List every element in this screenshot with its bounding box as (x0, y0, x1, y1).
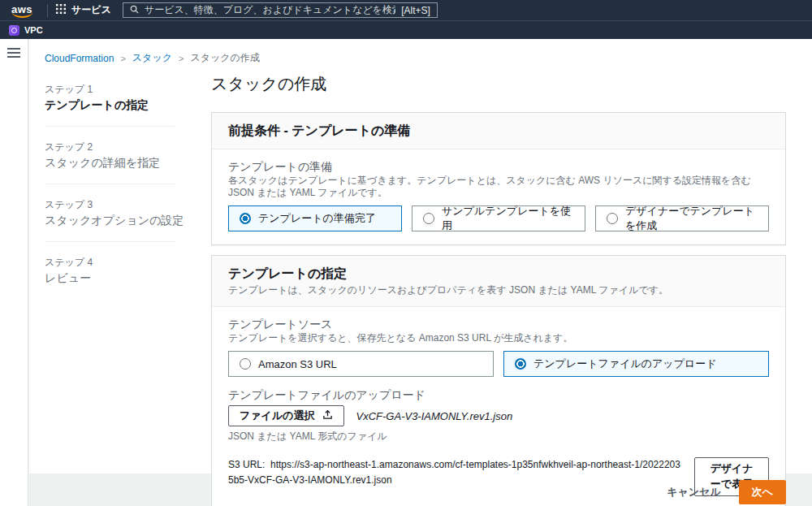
template-source-description: テンプレートを選択すると、保存先となる Amazon S3 URL が生成されま… (228, 332, 769, 344)
radio-selected-icon (240, 213, 251, 224)
option-label: テンプレートファイルのアップロード (533, 357, 717, 371)
upload-icon (322, 409, 333, 422)
content-area: CloudFormation > スタック > スタックの作成 ステップ 1 テ… (29, 39, 812, 506)
specify-template-panel-body: テンプレートソース テンプレートを選択すると、保存先となる Amazon S3 … (212, 307, 785, 506)
services-label: サービス (71, 3, 111, 17)
step-1-eyebrow: ステップ 1 (45, 83, 184, 96)
specify-template-panel-header: テンプレートの指定 テンプレートは、スタックのリソースおよびプロパティを表す J… (212, 256, 785, 307)
prerequisite-panel-body: テンプレートの準備 各スタックはテンプレートに基づきます。テンプレートとは、スタ… (212, 149, 785, 244)
prerequisite-panel-header: 前提条件 - テンプレートの準備 (212, 113, 785, 149)
radio-selected-icon (515, 358, 526, 370)
step-2-eyebrow: ステップ 2 (45, 141, 184, 154)
breadcrumb-stacks[interactable]: スタック (132, 51, 172, 65)
option-label: テンプレートの準備完了 (258, 211, 376, 226)
template-prepare-description: 各スタックはテンプレートに基づきます。テンプレートとは、スタックに含む AWS … (228, 175, 769, 199)
step-divider (45, 126, 175, 127)
search-icon (130, 5, 139, 16)
option-label: Amazon S3 URL (258, 358, 337, 370)
option-label: サンプルテンプレートを使用 (442, 204, 574, 233)
file-row: ファイルの選択 VxCF-GA-V3-IAMONLY.rev1.json (228, 405, 769, 426)
wizard-footer-actions: キャンセル 次へ (667, 480, 786, 504)
upload-section: テンプレートファイルのアップロード ファイルの選択 (228, 388, 769, 443)
next-button[interactable]: 次へ (739, 480, 786, 504)
option-amazon-s3-url[interactable]: Amazon S3 URL (228, 351, 494, 377)
step-2-title: スタックの詳細を指定 (45, 155, 184, 170)
services-menu-button[interactable]: サービス (56, 3, 111, 17)
step-3-eyebrow: ステップ 3 (45, 198, 184, 211)
step-1-item[interactable]: ステップ 1 テンプレートの指定 (45, 81, 184, 114)
step-2-item[interactable]: ステップ 2 スタックの詳細を指定 (45, 139, 184, 171)
step-divider (45, 241, 175, 242)
global-search-input[interactable]: サービス、特徴、ブログ、およびドキュメントなどを検索 [Alt+S] (123, 2, 438, 18)
step-1-title: テンプレートの指定 (45, 97, 184, 112)
chevron-right-icon: > (120, 54, 125, 63)
template-prepare-options: テンプレートの準備完了 サンプルテンプレートを使用 デザイナーでテンプレートを作… (228, 205, 769, 231)
chevron-right-icon: > (179, 54, 184, 63)
breadcrumb-current: スタックの作成 (190, 51, 259, 65)
option-use-sample-template[interactable]: サンプルテンプレートを使用 (412, 205, 585, 231)
breadcrumb: CloudFormation > スタック > スタックの作成 (45, 51, 260, 65)
selected-file-name: VxCF-GA-V3-IAMONLY.rev1.json (356, 410, 513, 422)
vpc-service-icon (9, 25, 19, 36)
top-navigation-bar: aws サービス サービス、特徴、ブログ、およびドキュメントなどを検索 [Alt… (0, 0, 812, 20)
step-3-title: スタックオプションの設定 (45, 213, 184, 227)
file-format-hint: JSON または YAML 形式のファイル (228, 430, 769, 443)
specify-template-panel-title: テンプレートの指定 (228, 266, 769, 282)
choose-file-button[interactable]: ファイルの選択 (228, 405, 344, 426)
choose-file-label: ファイルの選択 (240, 409, 315, 423)
step-divider (45, 184, 175, 184)
menu-icon[interactable] (7, 48, 20, 58)
specify-template-panel: テンプレートの指定 テンプレートは、スタックのリソースおよびプロパティを表す J… (211, 255, 786, 506)
upload-template-label: テンプレートファイルのアップロード (228, 388, 769, 401)
favorites-bar: VPC (0, 20, 812, 39)
prerequisite-panel: 前提条件 - テンプレートの準備 テンプレートの準備 各スタックはテンプレートに… (211, 112, 786, 245)
template-source-label: テンプレートソース (228, 318, 769, 331)
template-prepare-label: テンプレートの準備 (228, 160, 769, 173)
grid-icon (56, 4, 66, 16)
step-4-title: レビュー (45, 270, 184, 285)
search-shortcut-hint: [Alt+S] (401, 5, 430, 16)
radio-unselected-icon (607, 213, 618, 224)
aws-logo[interactable]: aws (8, 3, 39, 18)
step-3-item[interactable]: ステップ 3 スタックオプションの設定 (45, 197, 184, 229)
s3-url-value: https://s3-ap-northeast-1.amazonaws.com/… (228, 459, 680, 486)
cancel-button[interactable]: キャンセル (667, 485, 721, 500)
s3-url-text: S3 URL: https://s3-ap-northeast-1.amazon… (228, 457, 683, 487)
radio-unselected-icon (423, 213, 434, 224)
radio-unselected-icon (240, 358, 251, 370)
s3-url-label: S3 URL: (228, 459, 265, 470)
specify-template-panel-subtitle: テンプレートは、スタックのリソースおよびプロパティを表す JSON または YA… (228, 284, 769, 296)
favorite-vpc-link[interactable]: VPC (24, 25, 43, 35)
option-create-in-designer[interactable]: デザイナーでテンプレートを作成 (595, 205, 769, 231)
nav-divider (47, 4, 48, 17)
option-upload-template-file[interactable]: テンプレートファイルのアップロード (503, 351, 769, 377)
side-nav-strip (0, 39, 28, 506)
search-placeholder: サービス、特徴、ブログ、およびドキュメントなどを検索 (145, 3, 395, 17)
aws-console-screen: aws サービス サービス、特徴、ブログ、およびドキュメントなどを検索 [Alt… (0, 0, 812, 506)
step-4-eyebrow: ステップ 4 (45, 256, 184, 269)
wizard-steps-sidebar: ステップ 1 テンプレートの指定 ステップ 2 スタックの詳細を指定 ステップ … (45, 81, 184, 287)
template-source-options: Amazon S3 URL テンプレートファイルのアップロード (228, 351, 769, 377)
page-area: CloudFormation > スタック > スタックの作成 ステップ 1 テ… (0, 39, 812, 506)
prerequisite-panel-title: 前提条件 - テンプレートの準備 (228, 123, 769, 139)
main-column: スタックの作成 前提条件 - テンプレートの準備 テンプレートの準備 各スタック… (211, 73, 786, 506)
breadcrumb-cloudformation[interactable]: CloudFormation (45, 53, 114, 64)
step-4-item[interactable]: ステップ 4 レビュー (45, 254, 184, 287)
option-label: デザイナーでテンプレートを作成 (625, 204, 758, 233)
option-template-ready[interactable]: テンプレートの準備完了 (228, 205, 402, 231)
page-title: スタックの作成 (211, 73, 786, 94)
